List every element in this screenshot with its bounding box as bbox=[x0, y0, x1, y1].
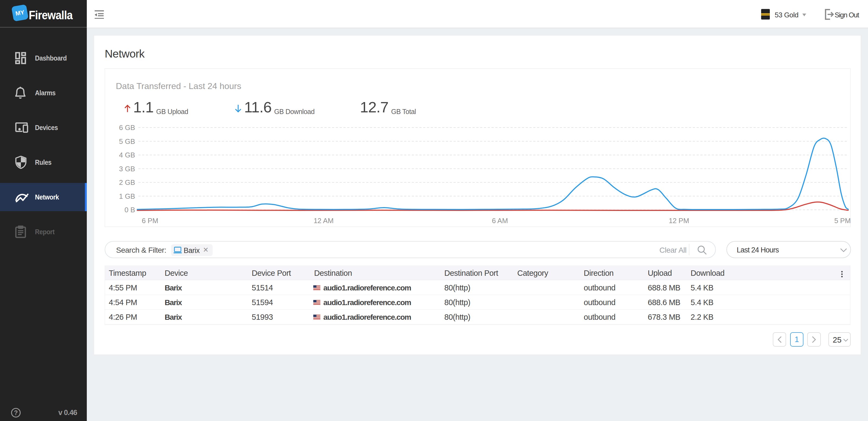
svg-text:3 GB: 3 GB bbox=[119, 165, 135, 173]
svg-text:0 B: 0 B bbox=[124, 206, 135, 214]
svg-text:12 AM: 12 AM bbox=[314, 217, 334, 225]
svg-text:5 GB: 5 GB bbox=[119, 137, 135, 146]
svg-text:6 PM: 6 PM bbox=[142, 217, 158, 225]
svg-text:5 PM: 5 PM bbox=[834, 217, 850, 225]
svg-text:12 PM: 12 PM bbox=[669, 217, 689, 225]
svg-text:6 GB: 6 GB bbox=[119, 123, 135, 132]
svg-text:2 GB: 2 GB bbox=[119, 178, 135, 186]
svg-text:1 GB: 1 GB bbox=[119, 192, 135, 200]
svg-text:6 AM: 6 AM bbox=[492, 217, 508, 225]
svg-text:?: ? bbox=[14, 409, 18, 416]
svg-text:4 GB: 4 GB bbox=[119, 151, 135, 159]
